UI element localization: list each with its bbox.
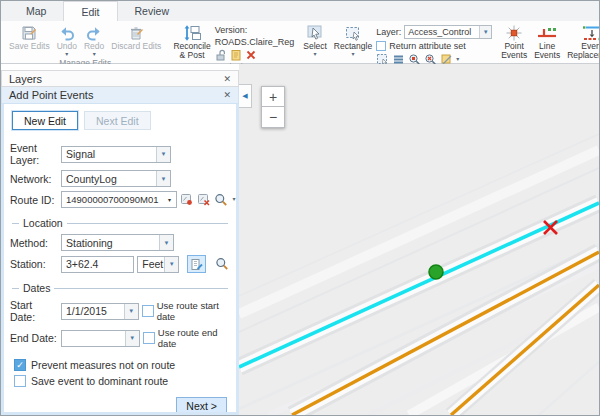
basemap-texture <box>239 134 599 415</box>
tab-edit[interactable]: Edit <box>63 1 117 21</box>
dates-section-separator: Dates <box>12 282 228 294</box>
select-dropdown-caret[interactable]: ▾ <box>314 52 317 57</box>
group-manage-edits: Save Edits Undo ▾ Redo ▾ <box>3 21 167 63</box>
unlock-icon[interactable] <box>215 49 227 61</box>
location-section-title: Location <box>23 217 63 229</box>
route-id-row: Route ID: 14900000700090M01 ▾ <box>10 191 230 208</box>
zoom-in-button[interactable]: + <box>261 86 285 107</box>
use-route-end-date-checkbox[interactable]: ✓ <box>143 332 155 344</box>
event-layer-combobox[interactable]: Signal ▼ <box>61 146 171 163</box>
panel-collapse-button[interactable]: ◀ <box>239 84 252 108</box>
route-id-label: Route ID: <box>10 194 58 206</box>
next-button[interactable]: Next > <box>176 397 227 415</box>
group-edit-events: Point Events Line Events Event Replaceme… <box>495 21 600 63</box>
station-label: Station: <box>10 258 58 270</box>
clear-selection-caret[interactable]: ▾ <box>456 57 459 62</box>
delete-version-icon[interactable] <box>245 49 257 61</box>
add-point-events-header[interactable]: Add Point Events ✕ <box>1 87 239 104</box>
rectangle-select-button[interactable]: Rectangle ▾ <box>331 22 375 57</box>
save-dominant-label: Save event to dominant route <box>31 375 168 387</box>
location-section-separator: Location <box>12 217 228 229</box>
version-value: ROADS.Claire_Reg <box>215 37 295 47</box>
select-button[interactable]: Select ▾ <box>300 22 330 57</box>
undo-button[interactable]: Undo ▾ <box>54 22 80 57</box>
redo-icon <box>86 24 102 41</box>
save-icon <box>21 24 37 41</box>
start-date-label: Start Date: <box>10 299 58 323</box>
station-units-combobox[interactable]: Feet ▼ <box>137 256 179 273</box>
new-version-icon[interactable] <box>230 49 242 61</box>
map-view[interactable]: ◀ + − <box>239 64 599 415</box>
layer-dropdown-arrow[interactable]: ▼ <box>479 26 491 38</box>
method-combobox[interactable]: Stationing ▼ <box>61 234 174 251</box>
method-label: Method: <box>10 237 58 249</box>
return-attribute-set-checkbox[interactable] <box>376 41 386 51</box>
version-label: Version: <box>215 25 295 35</box>
close-icon[interactable]: ✕ <box>223 74 231 84</box>
next-edit-button[interactable]: Next Edit <box>84 111 151 130</box>
layers-pane-header[interactable]: Layers ✕ <box>1 70 239 87</box>
route-id-dropdown-arrow[interactable]: ▾ <box>162 192 176 207</box>
zoom-to-location-icon[interactable] <box>215 257 230 271</box>
tab-review[interactable]: Review <box>118 1 186 21</box>
group-selection: Select ▾ Rectangle ▾ Layer: Access_Contr… <box>297 21 495 63</box>
use-route-start-date-checkbox[interactable]: ✓ <box>142 305 154 317</box>
method-row: Method: Stationing ▼ <box>10 234 230 251</box>
layer-combobox[interactable]: Access_Control ▼ <box>404 25 492 39</box>
add-point-events-form: New Edit Next Edit Event Layer: Signal ▼… <box>1 104 239 415</box>
line-events-button[interactable]: Line Events <box>531 22 563 60</box>
use-route-end-date-label: Use route end date <box>158 327 230 349</box>
dates-section-title: Dates <box>23 282 50 294</box>
undo-icon <box>59 24 75 41</box>
method-dropdown-arrow[interactable]: ▼ <box>159 235 173 250</box>
use-route-start-date-label: Use route start date <box>157 300 230 322</box>
selection-options: Layer: Access_Control ▼ Return attribute… <box>376 22 492 66</box>
zoom-to-route-icon[interactable] <box>214 193 229 207</box>
close-icon[interactable]: ✕ <box>223 90 231 100</box>
ribbon-tab-bar: Map Edit Review <box>1 1 599 21</box>
reconcile-post-button[interactable]: Reconcile & Post <box>170 22 213 60</box>
end-date-picker[interactable]: ▼ <box>61 330 140 347</box>
reconcile-icon <box>183 24 201 41</box>
pick-location-from-map-button[interactable] <box>187 255 206 273</box>
pick-location-icon <box>190 258 203 271</box>
event-layer-dropdown-arrow[interactable]: ▼ <box>156 147 170 162</box>
prevent-measures-checkbox[interactable]: ✓ <box>14 359 26 371</box>
zoom-to-route-caret[interactable]: ▾ <box>232 197 235 202</box>
rectangle-dropdown-caret[interactable]: ▾ <box>351 52 354 57</box>
point-events-button[interactable]: Point Events <box>498 22 530 60</box>
map-canvas <box>239 64 599 415</box>
network-combobox[interactable]: CountyLog ▼ <box>61 170 171 187</box>
end-date-row: End Date: ▼ ✓ Use route end date <box>10 327 230 349</box>
discard-edits-button[interactable]: Discard Edits <box>108 22 164 51</box>
event-layer-row: Event Layer: Signal ▼ <box>10 142 230 166</box>
map-zoom-control: + − <box>261 86 285 128</box>
station-input[interactable]: 3+62.4 <box>61 256 134 273</box>
tab-map[interactable]: Map <box>9 1 63 21</box>
start-date-dropdown-arrow[interactable]: ▼ <box>124 304 138 319</box>
route-id-combobox[interactable]: 14900000700090M01 ▾ <box>61 191 177 208</box>
station-row: Station: 3+62.4 Feet ▼ <box>10 255 230 273</box>
start-date-picker[interactable]: 1/1/2015 ▼ <box>61 303 139 320</box>
event-replacement-button[interactable]: Event Replacement <box>564 22 600 60</box>
network-row: Network: CountyLog ▼ <box>10 170 230 187</box>
group-versioning: Reconcile & Post Version: ROADS.Claire_R… <box>167 21 297 63</box>
select-route-on-map-icon[interactable] <box>180 193 194 207</box>
network-dropdown-arrow[interactable]: ▼ <box>156 171 170 186</box>
version-info: Version: ROADS.Claire_Reg <box>215 22 295 61</box>
zoom-out-button[interactable]: − <box>261 107 285 128</box>
redo-button[interactable]: Redo ▾ <box>81 22 107 57</box>
clear-route-icon[interactable] <box>197 193 211 207</box>
save-dominant-row: ✓ Save event to dominant route <box>14 375 226 387</box>
end-date-dropdown-arrow[interactable]: ▼ <box>125 331 139 346</box>
layers-pane-title: Layers <box>9 73 42 85</box>
road-line-2 <box>451 285 599 415</box>
station-units-dropdown-arrow[interactable]: ▼ <box>164 257 178 272</box>
arcgis-pro-window: Map Edit Review Save Edits Undo ▾ <box>0 0 600 416</box>
new-edit-button[interactable]: New Edit <box>12 111 78 130</box>
save-dominant-checkbox[interactable]: ✓ <box>14 375 26 387</box>
network-label: Network: <box>10 173 58 185</box>
save-edits-button[interactable]: Save Edits <box>6 22 53 51</box>
left-dock-panel: Layers ✕ Add Point Events ✕ New Edit Nex… <box>1 64 239 415</box>
event-point-marker <box>429 265 443 279</box>
